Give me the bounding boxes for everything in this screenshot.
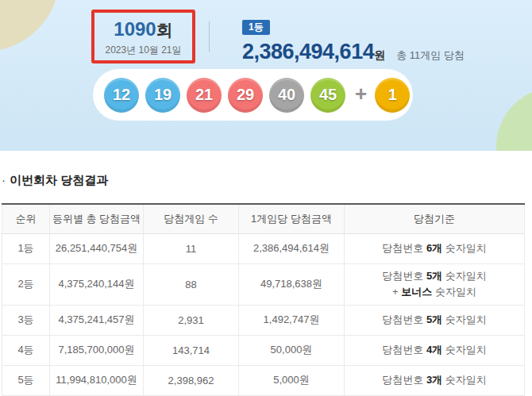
winning-results-table: 순위 등위별 총 당첨금액 당첨게임 수 1게임당 당첨금액 당첨기준 1등 2… [2,203,525,396]
criteria-suffix: 숫자일치 [442,242,487,254]
per-game-cell: 5,000원 [239,365,345,395]
lotto-ball-4: 29 [228,78,263,113]
criteria-prefix: 당첨번호 [382,344,426,356]
per-game-cell: 50,000원 [239,335,345,365]
first-prize-amount: 2,386,494,614 [242,40,374,63]
lotto-ball-3: 21 [187,78,222,113]
per-game-cell: 2,386,494,614원 [239,233,345,263]
total-prize-cell: 4,375,241,457원 [50,305,144,335]
criteria-cell: 당첨번호 6개 숫자일치 [345,233,525,263]
criteria-cell: 당첨번호 5개 숫자일치 [345,305,525,335]
results-section: ·이번회차 당첨결과 순위 등위별 총 당첨금액 당첨게임 수 1게임당 당첨금… [0,151,532,396]
criteria-cell: 당첨번호 4개 숫자일치 [345,335,525,365]
total-prize-cell: 4,375,240,144원 [50,263,144,305]
criteria-bold: 3개 [426,374,442,386]
lotto-ball-5: 40 [269,78,304,113]
rank-cell: 4등 [2,335,50,365]
lotto-ball-6: 45 [310,78,345,113]
games-cell: 143,714 [144,335,239,365]
section-title-text: 이번회차 당첨결과 [10,173,108,186]
games-cell: 88 [144,263,239,305]
criteria-line-1: 당첨번호 4개 숫자일치 [348,342,521,358]
criteria-bold: 5개 [426,313,442,325]
draw-result-hero: 1090회 2023년 10월 21일 1등 2,386,494,614원총 1… [0,0,532,151]
table-row-rank5: 5등 11,994,810,000원 2,398,962 5,000원 당첨번호… [2,365,525,395]
criteria-prefix: 당첨번호 [382,270,426,282]
criteria-suffix: 숫자일치 [442,374,487,386]
table-row-rank3: 3등 4,375,241,457원 2,931 1,492,747원 당첨번호 … [2,305,525,335]
games-cell: 11 [144,233,239,263]
criteria-line-1: 당첨번호 6개 숫자일치 [348,240,521,256]
bonus-ball: 1 [375,78,410,113]
first-prize-badge: 1등 [242,20,270,35]
criteria-prefix: 당첨번호 [382,242,426,254]
games-cell: 2,931 [144,305,239,335]
plus-sign: + [355,82,367,106]
criteria-suffix-2: 숫자일치 [432,286,476,298]
criteria-suffix: 숫자일치 [442,313,487,325]
criteria-line-1: 당첨번호 5개 숫자일치 [348,312,521,328]
table-row-rank4: 4등 7,185,700,000원 143,714 50,000원 당첨번호 4… [2,335,525,365]
lotto-ball-2: 19 [145,78,180,113]
section-title: ·이번회차 당첨결과 [2,173,526,188]
per-game-cell: 1,492,747원 [239,305,345,335]
criteria-suffix: 숫자일치 [442,270,487,282]
winning-games-note: 총 11게임 당첨 [396,49,465,61]
table-row-rank1: 1등 26,251,440,754원 11 2,386,494,614원 당첨번… [2,233,525,263]
title-bullet: · [2,173,6,186]
round-number: 1090회 [94,18,192,41]
rank-cell: 2등 [2,263,50,305]
criteria-line-1: 당첨번호 3개 숫자일치 [348,372,521,388]
decor-circle-beige [0,0,60,52]
first-prize-summary: 1등 2,386,494,614원총 11게임 당첨 [242,19,465,64]
criteria-suffix: 숫자일치 [442,344,487,356]
header-criteria: 당첨기준 [345,204,525,233]
criteria-bold-2: 보너스 [401,286,432,298]
table-row-rank2: 2등 4,375,240,144원 88 49,718,638원 당첨번호 5개… [2,263,525,305]
criteria-prefix: 당첨번호 [382,313,426,325]
rank-cell: 3등 [2,305,50,335]
header-prize-per-game: 1게임당 당첨금액 [239,204,345,233]
criteria-bold: 4개 [426,344,442,356]
rank-cell: 5등 [2,365,50,395]
draw-date: 2023년 10월 21일 [94,44,192,57]
criteria-line-2: + 보너스 숫자일치 [348,284,521,300]
header-winning-games: 당첨게임 수 [144,204,239,233]
games-cell: 2,398,962 [144,365,239,395]
round-number-highlight-box: 1090회 2023년 10월 21일 [91,10,195,63]
criteria-prefix: 당첨번호 [382,374,426,386]
first-prize-amount-line: 2,386,494,614원총 11게임 당첨 [242,40,465,64]
criteria-bold: 5개 [426,270,442,282]
header-rank: 순위 [2,204,50,233]
currency-suffix: 원 [374,48,385,61]
decor-circle-green [496,87,532,151]
total-prize-cell: 7,185,700,000원 [50,335,144,365]
vertical-divider [209,21,210,52]
round-number-suffix: 회 [156,21,173,39]
total-prize-cell: 11,994,810,000원 [50,365,144,395]
criteria-prefix-2: + [392,286,401,298]
criteria-bold: 6개 [426,242,442,254]
total-prize-cell: 26,251,440,754원 [50,233,144,263]
winning-numbers-pill: 12 19 21 29 40 45 + 1 [93,69,413,121]
table-header-row: 순위 등위별 총 당첨금액 당첨게임 수 1게임당 당첨금액 당첨기준 [2,204,525,233]
per-game-cell: 49,718,638원 [239,263,345,305]
lotto-ball-1: 12 [104,78,139,113]
criteria-cell: 당첨번호 3개 숫자일치 [345,365,525,395]
criteria-line-1: 당첨번호 5개 숫자일치 [348,268,521,284]
rank-cell: 1등 [2,233,50,263]
criteria-cell: 당첨번호 5개 숫자일치+ 보너스 숫자일치 [345,263,525,305]
header-total-prize: 등위별 총 당첨금액 [50,204,144,233]
round-number-value: 1090 [114,18,156,40]
